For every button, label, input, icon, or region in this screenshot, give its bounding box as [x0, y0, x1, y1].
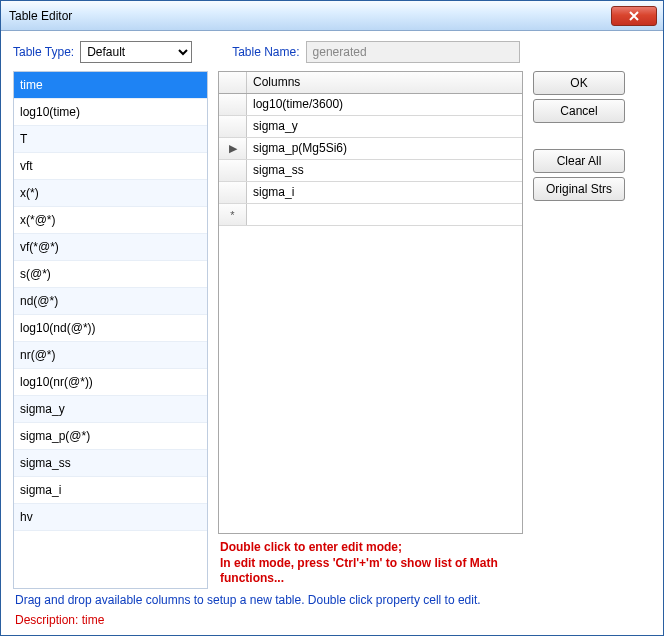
- columns-panel: Columns log10(time/3600)sigma_y▶sigma_p(…: [218, 71, 523, 589]
- available-item[interactable]: x(*@*): [14, 207, 207, 234]
- column-cell[interactable]: sigma_p(Mg5Si6): [247, 138, 522, 159]
- available-item[interactable]: time: [14, 72, 207, 99]
- column-cell[interactable]: log10(time/3600): [247, 94, 522, 115]
- top-row: Table Type: Default Table Name:: [13, 41, 651, 63]
- drag-hint: Drag and drop available columns to setup…: [15, 593, 649, 607]
- available-item[interactable]: log10(nd(@*)): [14, 315, 207, 342]
- available-item[interactable]: x(*): [14, 180, 207, 207]
- available-item[interactable]: log10(nr(@*)): [14, 369, 207, 396]
- available-item[interactable]: vft: [14, 153, 207, 180]
- cancel-button[interactable]: Cancel: [533, 99, 625, 123]
- table-type-dropdown[interactable]: Default: [80, 41, 192, 63]
- row-indicator: [219, 182, 247, 203]
- available-item[interactable]: s(@*): [14, 261, 207, 288]
- ok-button[interactable]: OK: [533, 71, 625, 95]
- row-indicator: [219, 116, 247, 137]
- clear-all-button[interactable]: Clear All: [533, 149, 625, 173]
- window-title: Table Editor: [9, 9, 611, 23]
- available-item[interactable]: vf(*@*): [14, 234, 207, 261]
- available-columns-list[interactable]: timelog10(time)Tvftx(*)x(*@*)vf(*@*)s(@*…: [13, 71, 208, 589]
- table-row[interactable]: log10(time/3600): [219, 94, 522, 116]
- column-cell[interactable]: sigma_y: [247, 116, 522, 137]
- column-cell[interactable]: sigma_ss: [247, 160, 522, 181]
- client-area: Table Type: Default Table Name: timelog1…: [1, 31, 663, 635]
- columns-header-cell: Columns: [247, 72, 522, 93]
- columns-grid[interactable]: Columns log10(time/3600)sigma_y▶sigma_p(…: [218, 71, 523, 534]
- close-button[interactable]: [611, 6, 657, 26]
- table-type-label: Table Type:: [13, 45, 74, 59]
- description-value: time: [82, 613, 105, 627]
- table-name-input[interactable]: [306, 41, 520, 63]
- table-row[interactable]: sigma_i: [219, 182, 522, 204]
- table-editor-window: Table Editor Table Type: Default Table N…: [0, 0, 664, 636]
- columns-grid-header: Columns: [219, 72, 522, 94]
- available-item[interactable]: sigma_y: [14, 396, 207, 423]
- table-type-select[interactable]: Default: [80, 41, 192, 63]
- titlebar: Table Editor: [1, 1, 663, 31]
- bottom-hints: Drag and drop available columns to setup…: [13, 589, 651, 627]
- row-indicator: ▶: [219, 138, 247, 159]
- new-row[interactable]: *: [219, 204, 522, 226]
- description-label: Description:: [15, 613, 78, 627]
- table-row[interactable]: sigma_y: [219, 116, 522, 138]
- available-item[interactable]: nd(@*): [14, 288, 207, 315]
- column-cell[interactable]: [247, 204, 522, 225]
- available-item[interactable]: sigma_p(@*): [14, 423, 207, 450]
- table-row[interactable]: sigma_ss: [219, 160, 522, 182]
- available-item[interactable]: log10(time): [14, 99, 207, 126]
- table-row[interactable]: ▶sigma_p(Mg5Si6): [219, 138, 522, 160]
- edit-mode-hint: Double click to enter edit mode;In edit …: [218, 534, 523, 589]
- row-indicator: [219, 94, 247, 115]
- available-item[interactable]: sigma_ss: [14, 450, 207, 477]
- buttons-panel: OK Cancel Clear All Original Strs: [533, 71, 625, 589]
- row-header-corner: [219, 72, 247, 93]
- description-line: Description: time: [15, 613, 649, 627]
- main-row: timelog10(time)Tvftx(*)x(*@*)vf(*@*)s(@*…: [13, 71, 651, 589]
- original-strs-button[interactable]: Original Strs: [533, 177, 625, 201]
- row-indicator: *: [219, 204, 247, 225]
- row-indicator: [219, 160, 247, 181]
- column-cell[interactable]: sigma_i: [247, 182, 522, 203]
- available-item[interactable]: hv: [14, 504, 207, 531]
- table-name-label: Table Name:: [232, 45, 299, 59]
- available-item[interactable]: T: [14, 126, 207, 153]
- close-icon: [629, 11, 639, 21]
- available-item[interactable]: sigma_i: [14, 477, 207, 504]
- available-item[interactable]: nr(@*): [14, 342, 207, 369]
